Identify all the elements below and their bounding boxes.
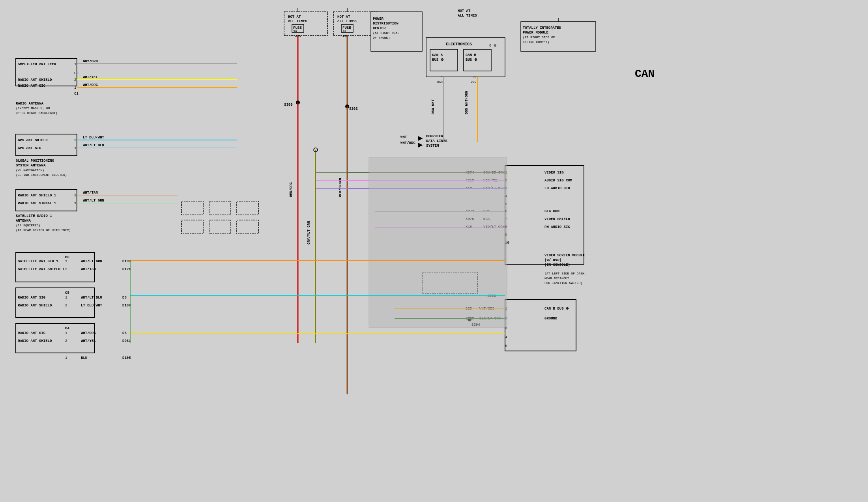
svg-text:GRY/YLT GRN: GRY/YLT GRN bbox=[307, 221, 311, 244]
svg-text:VIDEO SHIELD: VIDEO SHIELD bbox=[544, 217, 570, 221]
svg-text:FOR IGNITION SWITCH): FOR IGNITION SWITCH) bbox=[544, 281, 582, 285]
svg-text:D55: D55 bbox=[471, 80, 477, 84]
svg-text:WHT/LT BLU: WHT/LT BLU bbox=[83, 144, 104, 147]
svg-rect-103 bbox=[237, 220, 258, 234]
svg-text:RADIO ANT SHIELD: RADIO ANT SHIELD bbox=[18, 78, 52, 82]
svg-text:RADIO ANT SIGNAL 1: RADIO ANT SIGNAL 1 bbox=[18, 202, 56, 205]
svg-text:GLOBAL POSITIONING: GLOBAL POSITIONING bbox=[16, 159, 54, 163]
svg-text:WHT/TAN: WHT/TAN bbox=[83, 191, 98, 195]
svg-text:TOTALLY INTEGRATED: TOTALLY INTEGRATED bbox=[523, 26, 561, 30]
svg-text:S399: S399 bbox=[284, 103, 293, 107]
svg-text:D54  WHT: D54 WHT bbox=[431, 99, 435, 114]
svg-text:HOT AT: HOT AT bbox=[288, 15, 301, 19]
svg-text:AUDIO SIG COM: AUDIO SIG COM bbox=[544, 179, 572, 183]
svg-text:GROUND: GROUND bbox=[544, 317, 557, 321]
svg-text:1: 1 bbox=[65, 331, 67, 335]
svg-text:5: 5 bbox=[505, 344, 507, 348]
svg-text:LT BLU/WHT: LT BLU/WHT bbox=[81, 304, 103, 308]
svg-text:SIG COM: SIG COM bbox=[544, 209, 559, 213]
diagram-container: HOT AT ALL TIMES FUSE 36 20A HOT AT ALL … bbox=[0, 0, 868, 502]
svg-text:POWER: POWER bbox=[373, 17, 384, 21]
svg-text:2: 2 bbox=[65, 339, 67, 343]
svg-text:SATELLITE ANT SIG 1: SATELLITE ANT SIG 1 bbox=[18, 259, 58, 263]
svg-rect-101 bbox=[181, 220, 203, 234]
svg-text:CAN: CAN bbox=[635, 68, 655, 80]
svg-text:SATELLITE RADIO 1: SATELLITE RADIO 1 bbox=[16, 214, 52, 218]
svg-text:NEAR BREAKOUT: NEAR BREAKOUT bbox=[544, 276, 569, 280]
svg-text:8 ⊕: 8 ⊕ bbox=[489, 44, 497, 48]
svg-text:BLK: BLK bbox=[81, 356, 88, 360]
svg-text:VIDEO SCREEN MODULE: VIDEO SCREEN MODULE bbox=[544, 254, 585, 258]
svg-text:SATELLITE ANT SHIELD 1: SATELLITE ANT SHIELD 1 bbox=[18, 267, 65, 271]
svg-text:2: 2 bbox=[74, 194, 76, 198]
svg-text:RADIO ANT SIG: RADIO ANT SIG bbox=[18, 296, 45, 300]
svg-text:ALL TIMES: ALL TIMES bbox=[337, 19, 357, 23]
svg-text:SYSTEM ANTENNA: SYSTEM ANTENNA bbox=[16, 164, 46, 168]
svg-text:(IF EQUIPPED): (IF EQUIPPED) bbox=[16, 224, 40, 227]
svg-text:GRY/ORG: GRY/ORG bbox=[83, 60, 98, 63]
svg-text:ALL TIMES: ALL TIMES bbox=[458, 14, 477, 18]
svg-text:D55  WHT/ORG: D55 WHT/ORG bbox=[465, 91, 469, 114]
svg-text:36: 36 bbox=[293, 30, 297, 33]
svg-text:ELECTRONICS: ELECTRONICS bbox=[446, 42, 472, 47]
svg-text:COMPUTER: COMPUTER bbox=[426, 134, 443, 138]
svg-text:(AT LEFT SIDE OF DASH,: (AT LEFT SIDE OF DASH, bbox=[544, 272, 586, 275]
svg-rect-102 bbox=[209, 220, 231, 234]
svg-text:▶: ▶ bbox=[418, 135, 423, 142]
svg-text:DISTRIBUTION: DISTRIBUTION bbox=[373, 22, 398, 26]
svg-text:8: 8 bbox=[473, 75, 475, 79]
svg-text:GPS ANT SIG: GPS ANT SIG bbox=[18, 146, 41, 150]
svg-text:ALL TIMES: ALL TIMES bbox=[288, 19, 307, 23]
svg-text:C4: C4 bbox=[65, 327, 69, 330]
svg-text:RADIO ANT SHIELD: RADIO ANT SHIELD bbox=[18, 339, 52, 343]
svg-text:S202: S202 bbox=[349, 107, 358, 111]
svg-text:(AT RIGHT SIDE OF: (AT RIGHT SIDE OF bbox=[523, 35, 555, 39]
svg-text:GPS ANT SHIELD: GPS ANT SHIELD bbox=[18, 138, 48, 142]
svg-text:AMPLIFIED ANT FEED: AMPLIFIED ANT FEED bbox=[18, 62, 56, 66]
svg-text:D54: D54 bbox=[437, 80, 443, 84]
svg-text:WHT: WHT bbox=[400, 135, 407, 139]
svg-text:POWER MODULE: POWER MODULE bbox=[523, 31, 548, 35]
svg-text:2: 2 bbox=[65, 304, 67, 308]
svg-text:1: 1 bbox=[65, 296, 67, 300]
svg-text:BUS ⊖: BUS ⊖ bbox=[432, 58, 444, 62]
svg-rect-99 bbox=[209, 201, 231, 215]
svg-text:38: 38 bbox=[342, 30, 346, 33]
svg-rect-124 bbox=[16, 323, 95, 353]
svg-text:DATA LINES: DATA LINES bbox=[426, 139, 448, 143]
svg-text:▶: ▶ bbox=[418, 142, 423, 148]
svg-text:(EXCEPT MAGNUM; ON: (EXCEPT MAGNUM; ON bbox=[16, 106, 50, 110]
svg-text:ENGINE COMP'T): ENGINE COMP'T) bbox=[523, 40, 549, 44]
svg-text:(IN CONSOLE): (IN CONSOLE) bbox=[544, 263, 570, 267]
svg-text:2: 2 bbox=[65, 267, 67, 271]
svg-text:UPPER RIGHT BACKLIGHT): UPPER RIGHT BACKLIGHT) bbox=[16, 111, 58, 115]
svg-text:HOT AT: HOT AT bbox=[458, 9, 471, 13]
svg-text:CENTER: CENTER bbox=[373, 26, 386, 30]
svg-text:RED/ORG: RED/ORG bbox=[289, 182, 293, 197]
svg-text:WHT/ORG: WHT/ORG bbox=[83, 83, 98, 87]
svg-text:1: 1 bbox=[65, 356, 67, 360]
svg-text:D108: D108 bbox=[122, 304, 131, 308]
svg-text:1: 1 bbox=[65, 259, 67, 263]
svg-text:HOT AT: HOT AT bbox=[337, 15, 350, 19]
svg-text:WHT/YEL: WHT/YEL bbox=[81, 339, 96, 343]
svg-text:LT BLU/WHT: LT BLU/WHT bbox=[83, 136, 105, 140]
svg-text:LH AUDIO SIG: LH AUDIO SIG bbox=[544, 187, 570, 190]
svg-text:CAN B: CAN B bbox=[466, 53, 477, 57]
svg-text:CAN B: CAN B bbox=[432, 53, 443, 57]
svg-text:WHT/ORG: WHT/ORG bbox=[81, 331, 96, 335]
svg-text:RADIO ANT SHIELD 1: RADIO ANT SHIELD 1 bbox=[18, 194, 56, 198]
svg-text:WHT/LT GRN: WHT/LT GRN bbox=[83, 199, 104, 203]
svg-text:D8: D8 bbox=[122, 296, 127, 300]
svg-text:RADIO ANT SHIELD: RADIO ANT SHIELD bbox=[18, 304, 52, 308]
wiring-diagram-svg: HOT AT ALL TIMES FUSE 36 20A HOT AT ALL … bbox=[0, 0, 868, 502]
svg-rect-100 bbox=[237, 201, 258, 215]
svg-text:1: 1 bbox=[74, 86, 76, 90]
svg-text:2: 2 bbox=[74, 78, 76, 82]
svg-text:RADIO ANT SIG: RADIO ANT SIG bbox=[18, 84, 45, 88]
svg-text:D5: D5 bbox=[122, 331, 127, 335]
svg-text:(AT RIGHT REAR: (AT RIGHT REAR bbox=[373, 31, 399, 35]
svg-rect-114 bbox=[16, 288, 95, 317]
svg-text:7: 7 bbox=[440, 75, 442, 79]
svg-rect-72 bbox=[16, 134, 77, 156]
